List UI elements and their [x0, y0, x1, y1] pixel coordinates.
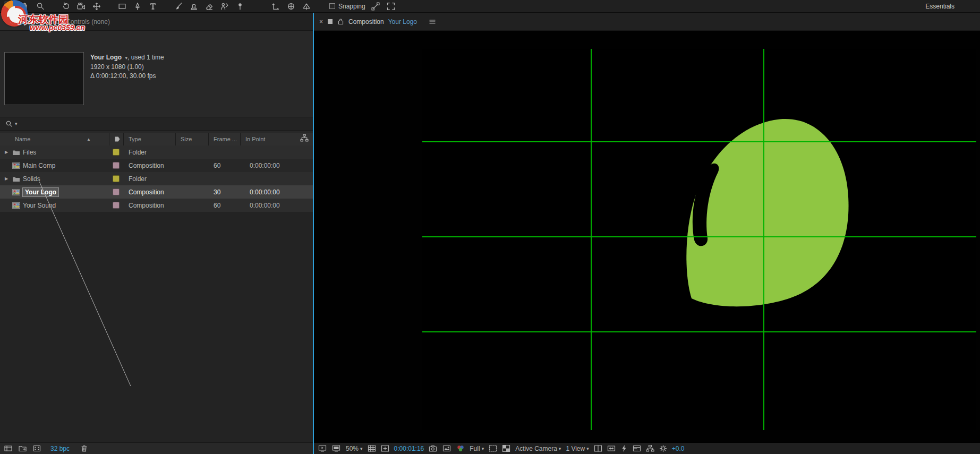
selection-tool-icon[interactable] — [4, 1, 15, 12]
column-frame-rate[interactable]: Frame ... — [208, 133, 240, 145]
local-axis-mode-icon[interactable] — [270, 1, 281, 12]
after-effects-app: Snapping Essentials × Project Effect Con… — [0, 0, 980, 454]
table-row[interactable]: Your SoundComposition600:00:00:00 — [0, 199, 313, 212]
search-icon[interactable] — [5, 120, 13, 128]
show-snapshot-icon[interactable] — [442, 444, 451, 452]
tab-effect-controls[interactable]: Effect Controls (none) — [41, 13, 117, 30]
interpret-footage-icon[interactable] — [4, 444, 13, 452]
comp-flowchart-icon[interactable] — [646, 444, 654, 452]
close-panel-icon[interactable]: × — [7, 18, 11, 25]
tab-project[interactable]: × Project — [0, 13, 41, 30]
resolution-select[interactable]: Full▾ — [470, 445, 484, 452]
composition-panel: × Composition Your Logo — [314, 13, 980, 454]
tab-composition[interactable]: × Composition Your Logo — [314, 13, 980, 30]
camera-tool-icon[interactable] — [76, 1, 87, 12]
composition-viewport[interactable] — [314, 31, 980, 442]
snap-along-edges-icon[interactable] — [370, 1, 381, 12]
table-row[interactable]: ▶FilesFolder — [0, 145, 313, 159]
column-type[interactable]: Type — [123, 133, 175, 145]
roto-brush-tool-icon[interactable] — [219, 1, 230, 12]
project-items-table: Name▲ Type Size Frame ... In Point ▶File… — [0, 133, 313, 442]
label-color-swatch[interactable] — [113, 189, 120, 195]
panel-menu-icon[interactable] — [429, 19, 436, 25]
panel-divider[interactable] — [313, 13, 314, 454]
snapping-checkbox[interactable] — [329, 3, 335, 9]
transparency-grid-icon[interactable] — [502, 444, 510, 452]
search-options-caret-icon[interactable]: ▾ — [15, 121, 18, 126]
brush-tool-icon[interactable] — [173, 1, 184, 12]
label-color-swatch[interactable] — [113, 202, 120, 209]
project-footer: 32 bpc — [0, 442, 313, 454]
item-frame-rate: 30 — [208, 189, 240, 196]
composition-tabbar: × Composition Your Logo — [314, 13, 980, 31]
reset-exposure-icon[interactable] — [659, 444, 667, 452]
label-color-swatch[interactable] — [113, 175, 120, 182]
composition-canvas — [314, 31, 980, 442]
3d-view-select[interactable]: Active Camera▾ — [515, 445, 561, 452]
clone-stamp-tool-icon[interactable] — [189, 1, 199, 12]
column-label[interactable] — [109, 133, 123, 145]
exposure-value[interactable]: +0.0 — [672, 445, 685, 452]
chevron-down-icon: ▾ — [482, 446, 484, 451]
hand-tool-icon[interactable] — [20, 1, 30, 12]
view-axis-mode-icon[interactable] — [301, 1, 312, 12]
new-composition-icon[interactable] — [33, 444, 42, 452]
timeline-button-icon[interactable] — [633, 444, 641, 452]
shape-tool-icon[interactable] — [117, 1, 127, 12]
column-size[interactable]: Size — [175, 133, 208, 145]
toolbar: Snapping Essentials — [0, 0, 980, 13]
grid-guides-options-icon[interactable] — [368, 444, 376, 452]
chevron-down-icon: ▾ — [586, 446, 589, 451]
label-color-swatch[interactable] — [113, 149, 120, 156]
always-preview-icon[interactable] — [318, 444, 327, 452]
delete-icon[interactable] — [80, 444, 88, 452]
share-view-options-icon[interactable] — [594, 444, 602, 452]
expand-arrow-icon[interactable]: ▶ — [3, 176, 10, 181]
project-search-row[interactable]: ▾ — [0, 117, 313, 131]
type-tool-icon[interactable] — [148, 1, 158, 12]
pan-behind-tool-icon[interactable] — [91, 1, 102, 12]
fast-previews-icon[interactable] — [620, 444, 628, 452]
pen-tool-icon[interactable] — [132, 1, 143, 12]
new-folder-icon[interactable] — [19, 444, 28, 452]
eraser-tool-icon[interactable] — [204, 1, 215, 12]
item-type: Composition — [123, 189, 175, 196]
label-color-swatch[interactable] — [113, 162, 120, 169]
pixel-aspect-correction-icon[interactable] — [607, 444, 616, 452]
take-snapshot-icon[interactable] — [429, 444, 438, 452]
safe-margins-icon[interactable] — [381, 444, 389, 452]
item-in-point: 0:00:00:00 — [240, 189, 313, 196]
region-of-interest-icon[interactable] — [489, 444, 497, 452]
main-viewer-icon[interactable] — [332, 444, 341, 452]
lock-icon[interactable] — [337, 18, 344, 25]
expand-arrow-icon[interactable]: ▶ — [3, 150, 10, 155]
chevron-down-icon: ▾ — [360, 446, 363, 451]
tab-project-label: Project — [14, 18, 34, 25]
current-time-display[interactable]: 0:00:01:16 — [394, 445, 424, 452]
project-flowchart-icon[interactable] — [300, 134, 309, 142]
show-channel-icon[interactable] — [456, 444, 465, 452]
close-panel-icon[interactable]: × — [319, 18, 323, 25]
table-rows: ▶FilesFolderMain CompComposition600:00:0… — [0, 145, 313, 212]
zoom-tool-icon[interactable] — [35, 1, 46, 12]
table-row[interactable]: Main CompComposition600:00:00:00 — [0, 159, 313, 172]
rotate-tool-icon[interactable] — [61, 1, 71, 12]
item-duration: Δ 0:00:12:00, 30.00 fps — [90, 72, 164, 81]
composition-icon — [12, 202, 20, 209]
workspace-label[interactable]: Essentials — [925, 3, 955, 10]
world-axis-mode-icon[interactable] — [286, 1, 296, 12]
item-usage: , used 1 time — [127, 54, 164, 61]
composition-icon — [12, 189, 20, 195]
panel-icon — [327, 19, 333, 24]
zoom-ratio-select[interactable]: 50%▾ — [346, 445, 363, 452]
item-in-point: 0:00:00:00 — [240, 202, 313, 209]
puppet-pin-tool-icon[interactable] — [235, 1, 245, 12]
view-layout-select[interactable]: 1 View▾ — [566, 445, 589, 452]
column-name[interactable]: Name▲ — [0, 133, 109, 145]
project-bit-depth-button[interactable]: 32 bpc — [50, 445, 70, 452]
item-name: Your Sound — [23, 202, 56, 209]
item-title: Your Logo — [90, 54, 122, 61]
snap-beyond-edges-icon[interactable] — [386, 1, 396, 12]
table-row[interactable]: ▶SolidsFolder — [0, 172, 313, 185]
table-row[interactable]: Your LogoComposition300:00:00:00 — [0, 185, 313, 199]
